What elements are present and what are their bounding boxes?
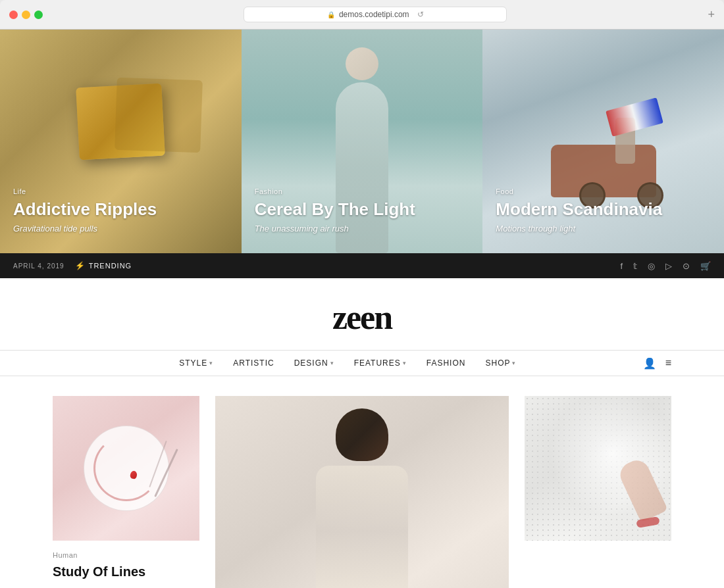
article-image-1 [53, 396, 199, 541]
nav-features-label: FEATURES [354, 358, 401, 368]
nav-design-label: DESIGN [294, 358, 328, 368]
logo-area: zeen [0, 278, 724, 350]
person-body [316, 466, 408, 588]
maximize-window-button[interactable] [34, 11, 43, 19]
trending-date: APRIL 4, 2019 [13, 262, 65, 270]
browser-traffic-lights: 🔒 demos.codetipi.com ↺ + [0, 7, 724, 29]
nav-item-style[interactable]: STYLE ▾ [179, 358, 213, 368]
site-logo[interactable]: zeen [0, 298, 724, 337]
shop-chevron-icon: ▾ [512, 360, 516, 366]
instagram-icon[interactable]: ◎ [648, 261, 655, 271]
hero-title-3: Modern Scandinavia [496, 199, 662, 220]
nav-artistic-label: ARtiSTIC [233, 358, 274, 368]
content-section: Human Study Of Lines Debitis voluptatem … [0, 376, 724, 588]
url-text: demos.codetipi.com [339, 10, 409, 19]
search-icon[interactable]: ⊙ [683, 261, 690, 271]
trending-label: ⚡ TRENDING [75, 261, 132, 270]
nav-shop-label: SHOP [485, 358, 510, 368]
style-chevron-icon: ▾ [209, 360, 213, 366]
hero-subtitle-3: Motions through light [496, 224, 662, 233]
hero-title-2: Cereal By The Light [255, 199, 415, 220]
hero-subtitle-2: The unassuming air rush [255, 224, 415, 233]
facebook-icon[interactable]: f [620, 261, 623, 271]
address-bar[interactable]: 🔒 demos.codetipi.com ↺ [244, 7, 507, 22]
article-image-3 [525, 396, 671, 541]
design-chevron-icon: ▾ [330, 360, 334, 366]
nav-item-features[interactable]: FEATURES ▾ [354, 358, 407, 368]
nav-item-shop[interactable]: SHOP ▾ [485, 358, 516, 368]
browser-chrome: 🔒 demos.codetipi.com ↺ + [0, 0, 724, 30]
hero-category-3: Food [496, 187, 662, 195]
nav-items: STYLE ▾ ARtiSTIC DESIGN ▾ FEATURES ▾ FAS… [53, 351, 643, 376]
twitter-icon[interactable]: 𝕥 [633, 261, 637, 271]
article-grid: Human Study Of Lines Debitis voluptatem … [53, 396, 671, 588]
hero-panel-2-text: Fashion Cereal By The Light The unassumi… [255, 187, 415, 233]
article-image-2 [215, 396, 509, 588]
hero-panel-3[interactable]: Food Modern Scandinavia Motions through … [482, 30, 724, 253]
hero-panel-1-text: Life Addictive Ripples Gravitational tid… [13, 187, 157, 233]
main-navigation: STYLE ▾ ARtiSTIC DESIGN ▾ FEATURES ▾ FAS… [0, 350, 724, 376]
plate-arc-decoration [93, 435, 159, 501]
article-img-pink [53, 396, 199, 541]
article-img-beige [215, 396, 509, 588]
main-page: Life Addictive Ripples Gravitational tid… [0, 30, 724, 588]
article-category-1: Human [53, 551, 199, 559]
trending-icon: ⚡ [75, 261, 86, 270]
nav-item-fashion[interactable]: FASHION [427, 358, 466, 368]
article-title-1: Study Of Lines [53, 563, 199, 580]
social-icons: f 𝕥 ◎ ▷ ⊙ 🛒 [620, 261, 711, 271]
hero-section: Life Addictive Ripples Gravitational tid… [0, 30, 724, 253]
minimize-window-button[interactable] [22, 11, 30, 19]
lock-icon: 🔒 [327, 11, 335, 18]
user-icon[interactable]: 👤 [643, 357, 656, 370]
trending-bar: APRIL 4, 2019 ⚡ TRENDING f 𝕥 ◎ ▷ ⊙ 🛒 [0, 253, 724, 278]
nav-item-design[interactable]: DESIGN ▾ [294, 358, 334, 368]
hero-title-1: Addictive Ripples [13, 199, 157, 220]
hero-subtitle-1: Gravitational tide pulls [13, 224, 157, 233]
close-window-button[interactable] [9, 11, 18, 19]
hero-shadow-1 [115, 78, 203, 153]
hero-category-1: Life [13, 187, 157, 195]
nav-right-icons: 👤 ≡ [643, 357, 671, 370]
article-img-textured [525, 396, 671, 541]
nav-fashion-label: FASHION [427, 358, 466, 368]
hero-panel-3-text: Food Modern Scandinavia Motions through … [496, 187, 662, 233]
new-tab-button[interactable]: + [708, 8, 715, 22]
hamburger-menu-icon[interactable]: ≡ [665, 357, 671, 369]
features-chevron-icon: ▾ [403, 360, 407, 366]
trending-text: TRENDING [89, 262, 132, 270]
article-excerpt-1: Debitis voluptatem molestiae [53, 585, 199, 588]
hero-head-2 [346, 47, 378, 80]
hero-category-2: Fashion [255, 187, 415, 195]
person-head [336, 408, 388, 461]
cart-icon[interactable]: 🛒 [700, 261, 711, 271]
youtube-icon[interactable]: ▷ [665, 261, 672, 271]
hero-panel-2[interactable]: Fashion Cereal By The Light The unassumi… [242, 30, 483, 253]
nav-style-label: STYLE [179, 358, 207, 368]
article-card-2[interactable] [215, 396, 509, 588]
nav-item-artistic[interactable]: ARtiSTIC [233, 358, 274, 368]
reload-icon[interactable]: ↺ [417, 10, 424, 19]
hero-panel-1[interactable]: Life Addictive Ripples Gravitational tid… [0, 30, 242, 253]
article-card-3[interactable] [525, 396, 671, 588]
article-card-1[interactable]: Human Study Of Lines Debitis voluptatem … [53, 396, 199, 588]
